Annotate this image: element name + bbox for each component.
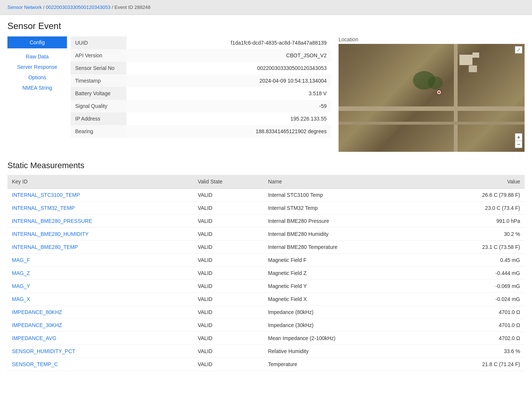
content-area: UUID f1da1fc6-dcd7-4835-ac8d-748a47a8813… (71, 36, 525, 152)
col-header-key-id: Key ID (7, 175, 193, 189)
measurement-key-id[interactable]: MAG_X (7, 293, 193, 306)
measurement-valid-state: VALID (193, 332, 263, 345)
measurement-valid-state: VALID (193, 293, 263, 306)
measurement-name: Temperature (263, 358, 427, 371)
map-road-horizontal (339, 106, 525, 111)
measurements-table: Key ID Valid State Name Value INTERNAL_S… (7, 175, 525, 371)
info-value: 002200303330500120343053 (126, 62, 331, 74)
measurement-key-id[interactable]: IMPEDANCE_AVG (7, 332, 193, 345)
map-expand-button[interactable]: ⤢ (515, 46, 522, 54)
options-link[interactable]: Options (7, 72, 67, 83)
info-value: f1da1fc6-dcd7-4835-ac8d-748a47a88139 (126, 36, 331, 49)
info-row: IP Address 195.226.133.55 (71, 112, 331, 125)
measurement-valid-state: VALID (193, 202, 263, 215)
measurement-row: INTERNAL_BME280_HUMIDITY VALID Internal … (7, 228, 525, 241)
measurement-row: SENSOR_HUMIDITY_PCT VALID Relative Humid… (7, 345, 525, 358)
info-row: Battery Voltage 3.518 V (71, 87, 331, 100)
measurement-key-id[interactable]: MAG_Z (7, 267, 193, 280)
breadcrumb-serial-no[interactable]: 002200303330500120343053 (46, 4, 110, 10)
info-row: Bearing 188.83341465121902 degrees (71, 125, 331, 138)
info-row: API Version CBOT_JSON_V2 (71, 49, 331, 62)
measurement-key-id[interactable]: SENSOR_HUMIDITY_PCT (7, 345, 193, 358)
info-key: Signal Quality (71, 100, 126, 112)
map-zoom-controls: + − (515, 133, 522, 148)
measurement-valid-state: VALID (193, 319, 263, 332)
measurement-name: Magnetic Field F (263, 254, 427, 267)
info-row: UUID f1da1fc6-dcd7-4835-ac8d-748a47a8813… (71, 36, 331, 49)
measurement-value: 4701.0 Ω (427, 306, 525, 319)
raw-data-link[interactable]: Raw Data (7, 51, 67, 62)
measurement-row: INTERNAL_STM32_TEMP VALID Internal STM32… (7, 202, 525, 215)
info-key: API Version (71, 49, 126, 62)
measurements-header-row: Key ID Valid State Name Value (7, 175, 525, 189)
info-value: CBOT_JSON_V2 (126, 49, 331, 62)
breadcrumb-sensor-network[interactable]: Sensor Network (7, 4, 42, 10)
measurement-key-id[interactable]: INTERNAL_BME280_HUMIDITY (7, 228, 193, 241)
info-key: Battery Voltage (71, 87, 126, 100)
map-zoom-in-button[interactable]: + (515, 133, 522, 141)
measurement-row: MAG_Y VALID Magnetic Field Y -0.069 mG (7, 280, 525, 293)
measurement-row: MAG_Z VALID Magnetic Field Z -0.444 mG (7, 267, 525, 280)
map-background: ⤢ + − (339, 44, 525, 152)
measurement-row: INTERNAL_BME280_TEMP VALID Internal BME2… (7, 241, 525, 254)
info-value: -59 (126, 100, 331, 112)
info-row: Signal Quality -59 (71, 100, 331, 112)
measurement-valid-state: VALID (193, 215, 263, 228)
measurement-name: Magnetic Field Y (263, 280, 427, 293)
nmea-string-link[interactable]: NMEA String (7, 83, 67, 93)
info-table: UUID f1da1fc6-dcd7-4835-ac8d-748a47a8813… (71, 36, 331, 138)
sidebar: Config Raw Data Server Response Options … (7, 36, 67, 152)
measurements-section: Static Measurements Key ID Valid State N… (7, 161, 525, 371)
measurement-row: MAG_F VALID Magnetic Field F 0.45 mG (7, 254, 525, 267)
measurement-valid-state: VALID (193, 228, 263, 241)
measurement-key-id[interactable]: MAG_F (7, 254, 193, 267)
measurement-key-id[interactable]: INTERNAL_BME280_TEMP (7, 241, 193, 254)
map-sensor-marker (437, 90, 441, 94)
main-layout: Config Raw Data Server Response Options … (7, 36, 525, 152)
measurement-name: Relative Humidity (263, 345, 427, 358)
measurement-key-id[interactable]: MAG_Y (7, 280, 193, 293)
info-key: UUID (71, 36, 126, 49)
measurement-value: -0.069 mG (427, 280, 525, 293)
map-zoom-out-button[interactable]: − (515, 141, 522, 148)
measurement-key-id[interactable]: SENSOR_TEMP_C (7, 358, 193, 371)
measurement-valid-state: VALID (193, 306, 263, 319)
measurement-row: SENSOR_TEMP_C VALID Temperature 21.8 C (… (7, 358, 525, 371)
measurement-value: 30.2 % (427, 228, 525, 241)
measurement-valid-state: VALID (193, 358, 263, 371)
measurement-value: 21.8 C (71.24 F) (427, 358, 525, 371)
measurement-row: IMPEDANCE_AVG VALID Mean Impedance (2-10… (7, 332, 525, 345)
map-container: ⤢ + − (339, 44, 525, 152)
measurement-key-id[interactable]: INTERNAL_STM32_TEMP (7, 202, 193, 215)
measurement-value: 26.6 C (79.88 F) (427, 189, 525, 202)
map-building-3 (472, 52, 479, 58)
measurement-value: 23.1 C (73.58 F) (427, 241, 525, 254)
measurement-row: INTERNAL_STC3100_TEMP VALID Internal STC… (7, 189, 525, 202)
measurement-value: 23.0 C (73.4 F) (427, 202, 525, 215)
measurement-name: Mean Impedance (2-100kHz) (263, 332, 427, 345)
measurement-name: Internal BME280 Humidity (263, 228, 427, 241)
info-value: 195.226.133.55 (126, 112, 331, 125)
measurement-row: MAG_X VALID Magnetic Field X -0.024 mG (7, 293, 525, 306)
page-title: Sensor Event (7, 21, 525, 31)
measurement-value: 4702.0 Ω (427, 332, 525, 345)
measurement-row: IMPEDANCE_30KHZ VALID Impedance (30kHz) … (7, 319, 525, 332)
measurement-valid-state: VALID (193, 189, 263, 202)
measurement-name: Magnetic Field Z (263, 267, 427, 280)
map-road-horizontal-2 (339, 122, 525, 125)
measurement-name: Internal BME280 Temperature (263, 241, 427, 254)
col-header-valid-state: Valid State (193, 175, 263, 189)
page-content: Sensor Event Config Raw Data Server Resp… (0, 15, 532, 377)
info-key: IP Address (71, 112, 126, 125)
measurement-key-id[interactable]: IMPEDANCE_30KHZ (7, 319, 193, 332)
map-building-2 (469, 65, 477, 72)
col-header-name: Name (263, 175, 427, 189)
map-vegetation-2 (428, 76, 443, 89)
measurement-key-id[interactable]: IMPEDANCE_80KHZ (7, 306, 193, 319)
server-response-link[interactable]: Server Response (7, 62, 67, 72)
measurement-key-id[interactable]: INTERNAL_STC3100_TEMP (7, 189, 193, 202)
breadcrumb-sep2: / (112, 4, 115, 10)
measurement-key-id[interactable]: INTERNAL_BME280_PRESSURE (7, 215, 193, 228)
map-building-1 (459, 55, 472, 65)
config-button[interactable]: Config (7, 36, 67, 48)
